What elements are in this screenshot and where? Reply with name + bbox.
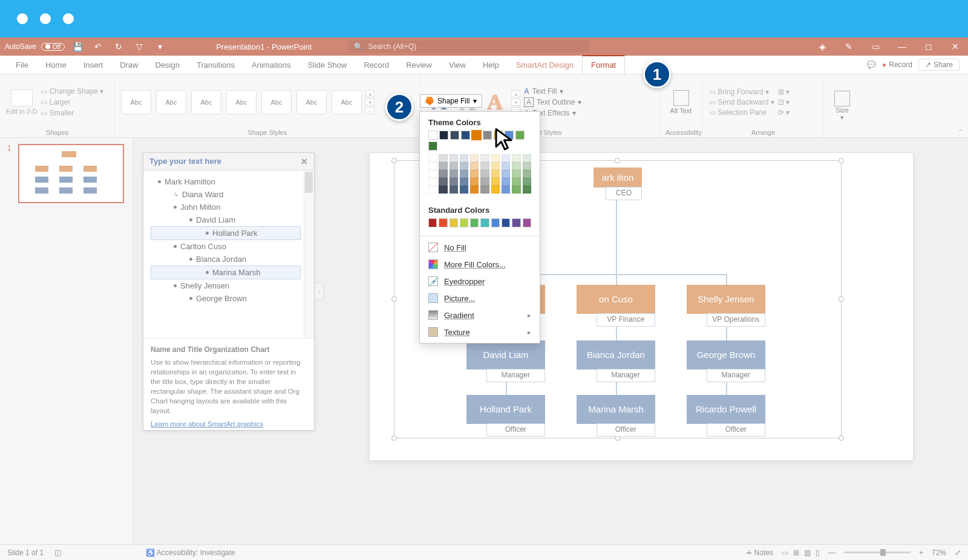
shade-swatch[interactable]: [428, 162, 437, 170]
style-thumb[interactable]: Abc: [226, 90, 257, 114]
theme-color-swatch[interactable]: [515, 131, 525, 140]
text-pane-item[interactable]: ↳Diana Ward: [151, 188, 312, 201]
shade-swatch[interactable]: [523, 162, 531, 170]
wa-gallery-up-icon[interactable]: ▴: [511, 90, 520, 97]
text-outline-button[interactable]: AText Outline ▾: [524, 97, 581, 107]
shade-swatch[interactable]: [512, 154, 520, 162]
tab-record[interactable]: Record: [355, 56, 397, 74]
tab-file[interactable]: File: [7, 56, 37, 74]
coming-soon-icon[interactable]: ✎: [843, 41, 854, 52]
org-node-mgr-3[interactable]: George Brown Manager: [687, 340, 765, 382]
tab-draw[interactable]: Draw: [111, 56, 146, 74]
sorter-view-icon[interactable]: ⊞: [793, 549, 799, 557]
theme-color-swatch[interactable]: [461, 131, 470, 140]
rotate-button[interactable]: ⟳ ▾: [778, 108, 790, 117]
shade-swatch[interactable]: [439, 154, 447, 162]
slideshow-view-icon[interactable]: ▯: [816, 549, 820, 557]
shade-swatch[interactable]: [450, 186, 458, 194]
edit-in-2d-button[interactable]: Edit in 2-D: [6, 90, 37, 115]
shade-swatch[interactable]: [428, 186, 437, 194]
text-pane-collapse-icon[interactable]: ›: [315, 283, 324, 300]
theme-color-swatch[interactable]: [472, 131, 481, 140]
shade-swatch[interactable]: [523, 170, 531, 178]
undo-icon[interactable]: ↶: [93, 41, 103, 52]
theme-color-swatch[interactable]: [494, 131, 503, 140]
search-box[interactable]: 🔍 Search (Alt+Q): [348, 41, 590, 53]
standard-color-swatch[interactable]: [439, 218, 447, 227]
theme-color-swatch[interactable]: [439, 131, 448, 140]
mac-max-dot[interactable]: [63, 13, 74, 24]
text-pane-item[interactable]: Bianca Jordan: [151, 253, 312, 265]
slide-indicator[interactable]: Slide 1 of 1: [7, 549, 44, 557]
org-node-vp-2[interactable]: on Cuso VP Finance: [577, 285, 655, 327]
text-pane-item[interactable]: Holland Park: [151, 226, 301, 240]
theme-color-swatch[interactable]: [428, 142, 437, 151]
text-pane-scrollbar[interactable]: [304, 171, 314, 338]
shade-swatch[interactable]: [491, 186, 500, 194]
tab-design[interactable]: Design: [147, 56, 188, 74]
shade-swatch[interactable]: [523, 154, 531, 162]
standard-color-swatch[interactable]: [428, 218, 437, 227]
gradient-fill-button[interactable]: Gradient▸: [420, 307, 540, 324]
shade-swatch[interactable]: [450, 170, 458, 178]
change-shape-button[interactable]: ▭ Change Shape ▾: [41, 86, 103, 97]
tab-view[interactable]: View: [440, 56, 474, 74]
shade-swatch[interactable]: [523, 178, 531, 186]
shade-swatch[interactable]: [470, 162, 479, 170]
style-thumb[interactable]: Abc: [156, 90, 186, 114]
close-icon[interactable]: ✕: [950, 41, 961, 52]
shade-swatch[interactable]: [460, 178, 468, 186]
theme-color-swatch[interactable]: [505, 131, 514, 140]
org-node-ceo[interactable]: ark ilton CEO: [594, 168, 642, 200]
style-thumb[interactable]: Abc: [191, 90, 221, 114]
reading-view-icon[interactable]: ▥: [804, 549, 811, 557]
shape-fill-button[interactable]: Shape Fill ▾: [420, 94, 482, 108]
text-pane-item[interactable]: Shelly Jensen: [151, 279, 312, 292]
no-fill-button[interactable]: No Fill: [420, 239, 540, 256]
collapse-ribbon-icon[interactable]: ⌃: [958, 128, 963, 136]
zoom-out-icon[interactable]: —: [828, 549, 836, 557]
gallery-down-icon[interactable]: ▾: [365, 99, 374, 106]
standard-color-swatch[interactable]: [491, 218, 500, 227]
window-layout-icon[interactable]: ▭: [870, 41, 881, 52]
shade-swatch[interactable]: [491, 162, 500, 170]
shade-swatch[interactable]: [428, 170, 437, 178]
shade-swatch[interactable]: [502, 170, 510, 178]
smaller-button[interactable]: ▭ Smaller: [41, 108, 103, 119]
shape-style-gallery[interactable]: Abc Abc Abc Abc Abc Abc Abc: [121, 90, 362, 114]
alt-text-button[interactable]: Alt Text: [670, 90, 692, 114]
learn-more-link[interactable]: Learn more about SmartArt graphics: [151, 419, 263, 429]
slide-thumbnail[interactable]: [18, 144, 124, 203]
tab-animations[interactable]: Animations: [243, 56, 299, 74]
shade-swatch[interactable]: [460, 162, 468, 170]
bring-forward-button[interactable]: ▭ Bring Forward ▾: [709, 88, 774, 96]
shade-swatch[interactable]: [502, 178, 510, 186]
shade-swatch[interactable]: [428, 154, 437, 162]
tab-smartart-design[interactable]: SmartArt Design: [508, 56, 582, 74]
autosave-toggle[interactable]: Off: [41, 43, 65, 51]
theme-color-swatch[interactable]: [483, 131, 492, 140]
tab-home[interactable]: Home: [37, 56, 75, 74]
org-node-off-3[interactable]: Ricardo Powell Officer: [687, 395, 765, 437]
tab-slideshow[interactable]: Slide Show: [299, 56, 355, 74]
style-thumb[interactable]: Abc: [332, 90, 362, 114]
slide-editor[interactable]: Type your text here ✕ Mark Hamilton↳Dian…: [133, 138, 968, 544]
text-fill-button[interactable]: AText Fill ▾: [524, 87, 581, 96]
org-node-off-1[interactable]: Holland Park Officer: [466, 395, 545, 437]
shade-swatch[interactable]: [480, 178, 489, 186]
shade-swatch[interactable]: [491, 170, 500, 178]
standard-color-swatch[interactable]: [512, 218, 520, 227]
doc-info-icon[interactable]: ◫: [54, 549, 61, 557]
send-backward-button[interactable]: ▭ Send Backward ▾: [709, 98, 774, 106]
standard-color-swatch[interactable]: [470, 218, 479, 227]
tab-format[interactable]: Format: [582, 55, 625, 74]
shade-swatch[interactable]: [439, 170, 447, 178]
maximize-icon[interactable]: ◻: [923, 41, 934, 52]
accessibility-status[interactable]: ♿ Accessibility: Investigate: [146, 549, 235, 557]
shade-swatch[interactable]: [480, 186, 489, 194]
wa-gallery-down-icon[interactable]: ▾: [511, 99, 520, 106]
shade-swatch[interactable]: [470, 170, 479, 178]
shade-swatch[interactable]: [512, 178, 520, 186]
qat-more-icon[interactable]: ▾: [154, 41, 165, 52]
text-pane-close-icon[interactable]: ✕: [301, 157, 308, 166]
